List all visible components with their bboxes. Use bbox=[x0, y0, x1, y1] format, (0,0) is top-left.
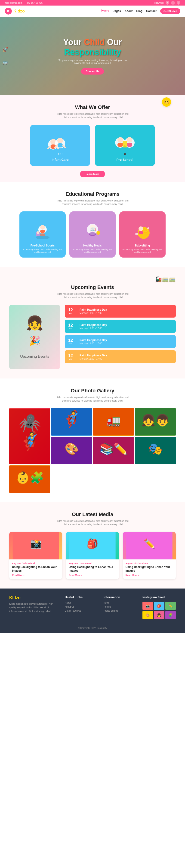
svg-point-17 bbox=[127, 137, 132, 143]
event-item-0[interactable]: 12 Mar Paint Happiness Day Monday 11:00 … bbox=[65, 305, 176, 317]
event-info-3: Paint Happiness Day Monday 11:00 - 17:00 bbox=[76, 352, 176, 362]
media-read-more-1[interactable]: Read More bbox=[69, 574, 116, 577]
footer-info-title: Information bbox=[104, 595, 137, 599]
footer-grid: Kidzo Kidzo mission is to provide afford… bbox=[9, 595, 176, 619]
deco-rocket: 🚀 bbox=[2, 47, 8, 52]
footer-info-col: Information News Photos Praise of Blog bbox=[104, 595, 137, 619]
infant-care-illustration: ✦✦✦ bbox=[46, 131, 74, 156]
footer: Kidzo Kidzo mission is to provide afford… bbox=[0, 589, 185, 633]
svg-text:🎉: 🎉 bbox=[29, 335, 41, 346]
svg-rect-15 bbox=[117, 143, 123, 147]
logo[interactable]: K Kidzo bbox=[5, 7, 25, 15]
svg-text:👧: 👧 bbox=[26, 315, 44, 331]
event-item-2[interactable]: 12 Mar Paint Happiness Day Monday 11:00 … bbox=[65, 335, 176, 348]
gallery-item-6[interactable]: 🎭 bbox=[135, 437, 176, 464]
footer-link-news[interactable]: News bbox=[104, 602, 137, 604]
svg-text:🦸: 🦸 bbox=[19, 430, 42, 452]
logo-text: Kidzo bbox=[14, 9, 25, 13]
facebook-icon[interactable]: f bbox=[165, 1, 169, 5]
hero-subtitle: Stop wasting precious time creating invo… bbox=[55, 59, 130, 64]
footer-link-blog[interactable]: Praise of Blog bbox=[104, 610, 137, 612]
insta-item-3[interactable]: 🎨 bbox=[142, 611, 153, 619]
svg-text:✏️: ✏️ bbox=[143, 538, 155, 549]
gallery-grid: 🕷️ 🦸 🦸 🚛 bbox=[9, 408, 176, 493]
media-card-0[interactable]: 📸 Aug 2022 / Educational Using Backlight… bbox=[9, 532, 62, 579]
footer-links-col: Useful Links Home About Us Get in Touch … bbox=[65, 595, 98, 619]
program-card-babysitting[interactable]: 🌙 Babysitting An amazing way to be in 6 … bbox=[119, 211, 165, 257]
edu-subtitle: Kidzo mission is to provide affordable, … bbox=[55, 199, 130, 206]
pre-school-card[interactable]: 🎓 Pre School bbox=[95, 125, 155, 166]
program-cards: Pre-School Sports An amazing way to be i… bbox=[9, 211, 176, 257]
media-tag-1: Aug 2022 / Educational bbox=[69, 562, 116, 564]
hero-content: Your Child Our Responsibility Stop wasti… bbox=[55, 37, 130, 74]
footer-instagram-title: Instagram Feed bbox=[142, 595, 176, 599]
svg-point-27 bbox=[36, 231, 39, 234]
footer-link-home[interactable]: Home bbox=[65, 602, 98, 604]
gallery-item-4[interactable]: 🎨 bbox=[51, 437, 92, 464]
offer-subtitle: Kidzo mission is to provide affordable, … bbox=[55, 112, 130, 119]
deco-truck: 🚌 bbox=[2, 59, 8, 65]
nav-blog[interactable]: Blog bbox=[136, 9, 142, 13]
educational-programs-section: Educational Programs Kidzo mission is to… bbox=[0, 182, 185, 267]
gallery-item-5[interactable]: 📚✏️ bbox=[93, 437, 134, 464]
contact-us-button[interactable]: Contact Us bbox=[81, 68, 104, 74]
events-layout: 👧 🎉 Upcoming Events 12 Mar Paint Happine… bbox=[9, 305, 176, 369]
twitter-icon[interactable]: t bbox=[171, 1, 175, 5]
media-card-1[interactable]: 🎒 Aug 2022 / Educational Using Backlight… bbox=[66, 532, 119, 579]
offer-cards: ✦✦✦ Infant Care 🎓 Pre School bbox=[14, 125, 171, 166]
email-address: hello@gmail.com bbox=[5, 2, 22, 4]
gallery-item-2[interactable]: 🚛 bbox=[93, 408, 134, 436]
event-info-2: Paint Happiness Day Monday 11:00 - 17:00 bbox=[76, 337, 176, 347]
insta-item-1[interactable]: 🎒 bbox=[154, 602, 164, 610]
program-card-sports[interactable]: Pre-School Sports An amazing way to be i… bbox=[20, 211, 66, 257]
nav-pages[interactable]: Pages bbox=[113, 9, 121, 13]
gallery-item-1[interactable]: 🦸 bbox=[51, 408, 92, 436]
insta-item-5[interactable]: 🧩 bbox=[165, 611, 176, 619]
babysitting-title: Babysitting bbox=[135, 244, 150, 247]
pinterest-icon[interactable]: p bbox=[177, 1, 180, 5]
babysitting-desc: An amazing way to be in 6 discovering ar… bbox=[122, 248, 163, 254]
footer-link-photos[interactable]: Photos bbox=[104, 606, 137, 608]
gallery-item-3[interactable]: 👧👦 bbox=[135, 408, 176, 436]
svg-point-37 bbox=[135, 232, 138, 236]
footer-link-contact[interactable]: Get in Touch Us bbox=[65, 610, 98, 612]
footer-desc: Kidzo mission is to provide affordable, … bbox=[9, 602, 59, 613]
learn-more-button[interactable]: Learn More bbox=[80, 171, 105, 177]
svg-text:👶🧩: 👶🧩 bbox=[16, 471, 44, 485]
get-started-button[interactable]: Get Started bbox=[160, 8, 180, 14]
svg-point-25 bbox=[40, 233, 45, 236]
media-image-0: 📸 bbox=[9, 532, 62, 559]
media-card-2[interactable]: ✏️ Aug 2022 / Educational Using Backligh… bbox=[123, 532, 176, 579]
media-read-more-2[interactable]: Read More bbox=[126, 574, 173, 577]
svg-text:📸: 📸 bbox=[30, 538, 42, 549]
media-image-2: ✏️ bbox=[123, 532, 176, 559]
footer-instagram-col: Instagram Feed 📸 🎒 ✏️ 🎨 👧 🧩 bbox=[142, 595, 176, 619]
nav-home[interactable]: Home bbox=[101, 9, 109, 13]
sports-title: Pre-School Sports bbox=[30, 244, 55, 247]
event-item-1[interactable]: 12 Mar Paint Happiness Day Monday 11:00 … bbox=[65, 320, 176, 333]
media-title: Our Latest Media bbox=[9, 512, 176, 518]
media-read-more-0[interactable]: Read More bbox=[12, 574, 59, 577]
pre-school-label: Pre School bbox=[116, 158, 133, 161]
top-bar-contact: hello@gmail.com +370 55 458 705 bbox=[5, 2, 43, 4]
nav-about[interactable]: About bbox=[125, 9, 133, 13]
gallery-item-0[interactable]: 🕷️ 🦸 bbox=[9, 408, 50, 464]
infant-care-card[interactable]: ✦✦✦ Infant Care bbox=[30, 125, 90, 166]
latest-media-section: Our Latest Media Kidzo mission is to pro… bbox=[0, 502, 185, 589]
insta-item-0[interactable]: 📸 bbox=[142, 602, 153, 610]
navbar: K Kidzo Home Pages About Blog Contact Ge… bbox=[0, 5, 185, 17]
learn-more-wrapper: Learn More bbox=[14, 171, 171, 177]
gallery-item-7[interactable]: 👶🧩 bbox=[9, 465, 50, 493]
insta-item-4[interactable]: 👧 bbox=[154, 611, 164, 619]
meals-illustration: 📖 bbox=[82, 221, 103, 242]
event-item-3[interactable]: 12 Mar Paint Happiness Day Monday 11:00 … bbox=[65, 350, 176, 363]
footer-link-about[interactable]: About Us bbox=[65, 606, 98, 608]
program-card-meals[interactable]: 📖 Healthy Meals An amazing way to be in … bbox=[70, 211, 115, 257]
sports-desc: An amazing way to be in 6 discovering ar… bbox=[22, 248, 63, 254]
nav-contact[interactable]: Contact bbox=[146, 9, 157, 13]
event-date-3: 12 Mar bbox=[65, 350, 76, 363]
hero-title: Your Child Our Responsibility bbox=[55, 37, 130, 57]
hero-section: 🚀 🚌 Your Child Our Responsibility Stop w… bbox=[0, 17, 185, 95]
logo-icon: K bbox=[5, 7, 12, 15]
insta-item-2[interactable]: ✏️ bbox=[165, 602, 176, 610]
